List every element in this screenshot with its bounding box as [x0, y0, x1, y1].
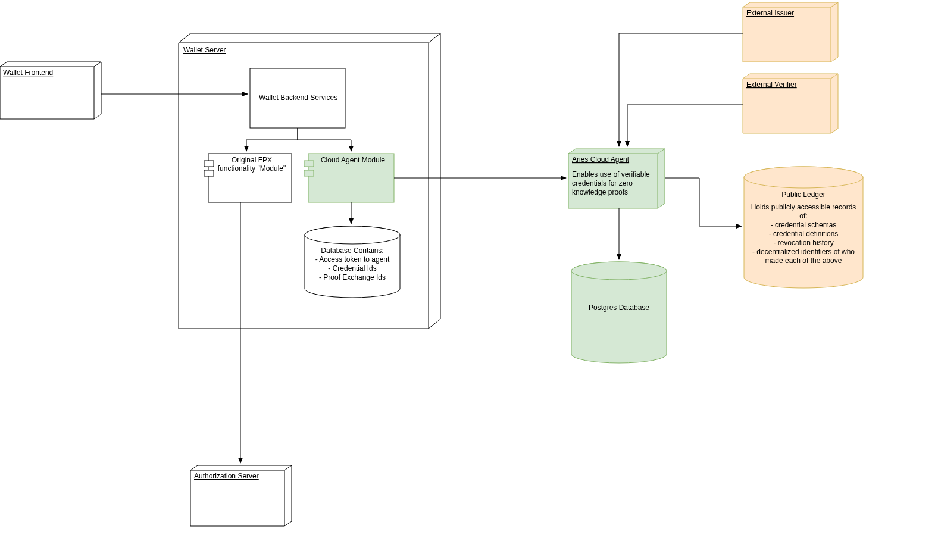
- local-db-item-2: - Proof Exchange Ids: [307, 273, 398, 282]
- auth-server-node: Authorization Server: [190, 465, 292, 526]
- svg-rect-10: [304, 170, 314, 176]
- svg-rect-9: [304, 161, 314, 167]
- ext-issuer-title: External Issuer: [746, 9, 794, 17]
- aries-agent-title: Aries Cloud Agent: [572, 155, 630, 164]
- svg-rect-6: [204, 161, 214, 167]
- public-ledger-item-3: - decentralized identifiers of who made …: [746, 248, 861, 265]
- aries-agent-desc: Enables use of verifiable credentials fo…: [572, 170, 650, 196]
- architecture-diagram: Wallet Frontend Wallet Server Wallet Bac…: [0, 0, 938, 560]
- postgres-title: Postgres Database: [589, 304, 649, 312]
- edge-aries-ledger: [665, 178, 742, 226]
- wallet-frontend-node: Wallet Frontend: [0, 62, 101, 119]
- postgres-node: Postgres Database: [571, 262, 667, 363]
- local-db-node: Database Contains: - Access token to age…: [305, 226, 400, 298]
- local-db-title: Database Contains:: [307, 246, 398, 255]
- aries-agent-node: Aries Cloud Agent Enables use of verifia…: [568, 149, 665, 208]
- ext-issuer-node: External Issuer: [743, 2, 838, 62]
- local-db-item-1: - Credential Ids: [307, 264, 398, 273]
- ext-verifier-node: External Verifier: [743, 74, 838, 133]
- wallet-backend-node: Wallet Backend Services: [250, 68, 345, 128]
- fpx-module-title: Original FPX functionality "Module": [218, 156, 286, 173]
- local-db-item-0: - Access token to agent: [307, 255, 398, 264]
- public-ledger-item-0: - credential schemas: [746, 221, 861, 230]
- svg-point-21: [744, 167, 863, 188]
- public-ledger-item-2: - revocation history: [746, 239, 861, 248]
- wallet-server-title: Wallet Server: [183, 46, 226, 54]
- wallet-frontend-title: Wallet Frontend: [3, 68, 53, 77]
- public-ledger-item-1: - credential definitions: [746, 230, 861, 239]
- public-ledger-title: Public Ledger: [746, 190, 861, 199]
- public-ledger-desc: Holds publicly accessible records of:: [746, 203, 861, 221]
- public-ledger-node: Public Ledger Holds publicly accessible …: [744, 167, 863, 288]
- edge-verifier-aries: [627, 105, 743, 146]
- ext-verifier-title: External Verifier: [746, 80, 797, 89]
- svg-point-11: [305, 226, 400, 244]
- svg-rect-7: [204, 170, 214, 176]
- edge-issuer-aries: [619, 33, 743, 146]
- fpx-module-node: Original FPX functionality "Module": [204, 154, 292, 202]
- wallet-backend-title: Wallet Backend Services: [259, 93, 337, 102]
- svg-point-16: [571, 262, 667, 280]
- cloud-agent-module-title: Cloud Agent Module: [321, 156, 385, 164]
- auth-server-title: Authorization Server: [194, 472, 259, 480]
- cloud-agent-module-node: Cloud Agent Module: [304, 154, 394, 202]
